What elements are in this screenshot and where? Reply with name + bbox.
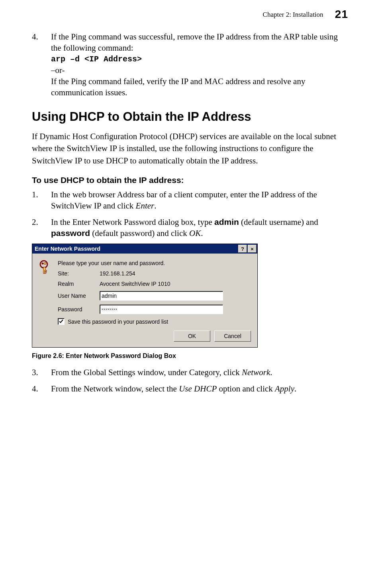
step-text: .: [294, 384, 296, 393]
realm-value: Avocent SwitchView IP 1010: [100, 281, 251, 287]
chapter-title: Chapter 2: Installation: [263, 11, 323, 18]
admin-keyword: admin: [214, 217, 239, 226]
procedure-heading: To use DHCP to obtain the IP address:: [32, 175, 348, 185]
checkmark-icon: [59, 319, 63, 324]
help-button[interactable]: ?: [238, 245, 247, 253]
cancel-button[interactable]: Cancel: [214, 330, 251, 342]
step-text: From the Network window, select the: [51, 384, 179, 393]
site-label: Site:: [58, 270, 100, 277]
help-icon: ?: [241, 246, 244, 252]
step-text: option and click: [217, 384, 275, 393]
save-password-checkbox[interactable]: [58, 318, 65, 325]
password-label: Password: [58, 306, 100, 313]
svg-point-2: [44, 263, 46, 265]
dialog-instruction: Please type your user name and password.: [58, 260, 165, 266]
step-number: 1.: [32, 189, 51, 212]
step-text: From the Global Settings window, under C…: [51, 368, 242, 377]
site-value: 192.168.1.254: [100, 270, 251, 277]
step-text-alt: If the Ping command failed, verify the I…: [51, 77, 305, 97]
step-number: 3.: [32, 367, 51, 378]
step-4-bottom: 4. From the Network window, select the U…: [32, 383, 348, 394]
svg-point-1: [42, 263, 44, 265]
apply-keyword: Apply: [275, 384, 294, 393]
figure-caption: Figure 2.6: Enter Network Password Dialo…: [32, 352, 348, 360]
dialog-title: Enter Network Password: [35, 246, 100, 252]
arp-command: arp –d <IP Address>: [51, 54, 348, 65]
step-text: (default username) and: [239, 217, 318, 227]
enter-network-password-dialog: Enter Network Password ? ×: [32, 244, 258, 348]
svg-point-0: [40, 261, 47, 268]
page-number: 21: [335, 8, 348, 20]
enter-keyword: Enter: [136, 201, 155, 210]
intro-paragraph: If Dynamic Host Configuration Protocol (…: [32, 130, 348, 167]
username-field[interactable]: admin: [100, 291, 223, 301]
dialog-titlebar[interactable]: Enter Network Password ? ×: [32, 244, 257, 254]
step-1: 1. In the web browser Address bar of a c…: [32, 189, 348, 212]
step-text: .: [154, 201, 156, 210]
step-text: In the web browser Address bar of a clie…: [51, 190, 317, 210]
page-header: Chapter 2: Installation 21: [32, 0, 348, 24]
step-number: 4.: [32, 383, 51, 394]
step-4-top: 4. If the Ping command was successful, r…: [32, 31, 348, 98]
svg-rect-4: [45, 270, 47, 271]
step-number: 4.: [32, 31, 51, 98]
step-text: .: [201, 228, 203, 238]
ok-keyword: OK: [189, 228, 201, 238]
username-label: User Name: [58, 293, 100, 299]
step-text: (default password) and click: [90, 228, 189, 238]
or-divider: –or-: [51, 65, 65, 75]
save-password-label: Save this password in your password list: [68, 319, 168, 325]
close-button[interactable]: ×: [248, 245, 257, 253]
password-keyword: password: [51, 228, 90, 238]
password-field[interactable]: xxxxxxxx: [100, 305, 223, 314]
use-dhcp-keyword: Use DHCP: [179, 384, 217, 393]
step-3: 3. From the Global Settings window, unde…: [32, 367, 348, 378]
step-text: If the Ping command was successful, remo…: [51, 32, 338, 53]
ok-button[interactable]: OK: [174, 330, 210, 342]
step-text: .: [270, 368, 272, 377]
svg-rect-5: [45, 272, 46, 273]
section-heading: Using DHCP to Obtain the IP Address: [32, 110, 348, 124]
step-text: In the Enter Network Password dialog box…: [51, 217, 214, 227]
realm-label: Realm: [58, 281, 100, 287]
key-icon: [39, 260, 58, 342]
close-icon: ×: [251, 246, 254, 252]
step-2: 2. In the Enter Network Password dialog …: [32, 216, 348, 239]
network-keyword: Network: [242, 368, 270, 377]
step-number: 2.: [32, 216, 51, 239]
